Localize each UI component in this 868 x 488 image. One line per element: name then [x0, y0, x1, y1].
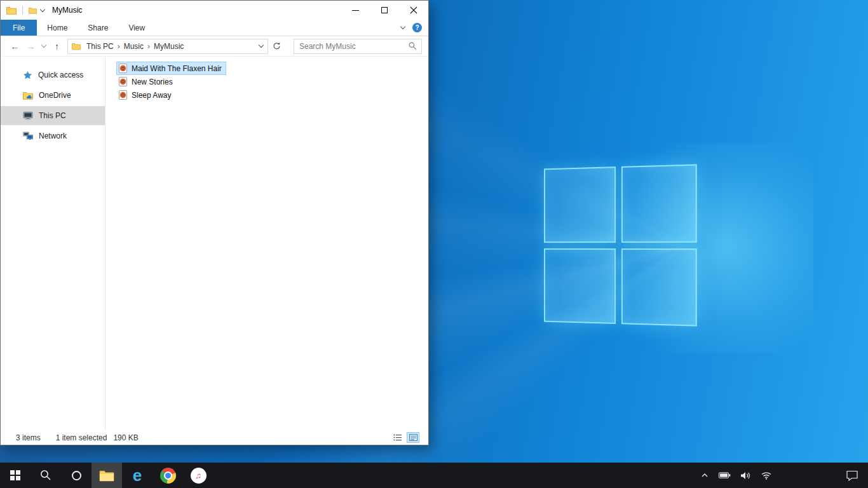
status-selected-size: 190 KB	[113, 433, 138, 442]
file-explorer-window: MyMusic File Home Share View ? ← → ↑ Thi…	[0, 0, 429, 445]
caption-buttons	[341, 1, 428, 20]
qat-chevron-down-icon[interactable]	[40, 6, 45, 11]
window-folder-icon	[6, 6, 17, 15]
tab-home[interactable]: Home	[37, 20, 78, 36]
start-button[interactable]	[0, 463, 31, 488]
refresh-button[interactable]	[268, 42, 285, 50]
search-icon[interactable]	[409, 42, 417, 50]
media-file-icon	[118, 77, 128, 86]
music-note-icon: ♫	[195, 471, 201, 480]
media-file-icon	[118, 64, 128, 73]
breadcrumb-item-music[interactable]: Music	[121, 42, 147, 51]
sidebar-item-this-pc[interactable]: This PC	[1, 106, 105, 125]
sidebar-item-label: This PC	[39, 111, 66, 120]
file-row[interactable]: Maid With The Flaxen Hair	[116, 62, 226, 75]
large-icons-view-button[interactable]	[407, 432, 419, 443]
title-bar: MyMusic	[1, 1, 428, 20]
navigation-pane: Quick access OneDrive This PC Network	[1, 57, 105, 430]
sidebar-item-network[interactable]: Network	[1, 126, 105, 146]
action-center-icon[interactable]	[846, 470, 858, 481]
taskbar-internet-explorer-button[interactable]: e	[122, 463, 153, 488]
search-box	[294, 39, 422, 54]
view-toggles	[391, 432, 419, 443]
windows-logo-pane	[544, 248, 616, 323]
this-pc-icon	[23, 111, 33, 120]
network-icon	[23, 132, 33, 140]
cortana-button[interactable]	[61, 463, 92, 488]
windows-logo-pane	[621, 164, 696, 242]
internet-explorer-icon: e	[133, 467, 142, 484]
search-input[interactable]	[299, 42, 409, 51]
explorer-main: Quick access OneDrive This PC Network Ma…	[1, 57, 428, 430]
itunes-icon: ♫	[191, 468, 207, 484]
network-wifi-icon[interactable]	[761, 471, 771, 480]
details-view-icon	[393, 434, 402, 441]
file-list: Maid With The Flaxen Hair New Stories Sl…	[105, 57, 428, 430]
back-button[interactable]: ←	[7, 41, 23, 51]
media-file-icon	[118, 90, 128, 100]
battery-icon[interactable]	[719, 472, 731, 478]
close-button[interactable]	[399, 1, 428, 20]
forward-button[interactable]: →	[23, 41, 39, 51]
system-tray	[701, 471, 771, 480]
ribbon-right-controls: ?	[401, 20, 428, 36]
taskbar-search-button[interactable]	[31, 463, 61, 488]
sidebar-item-label: OneDrive	[39, 91, 71, 100]
file-row[interactable]: Sleep Away	[116, 88, 176, 102]
navigation-bar: ← → ↑ This PC › Music › MyMusic	[1, 36, 428, 57]
onedrive-icon	[23, 92, 33, 100]
file-name: Maid With The Flaxen Hair	[132, 64, 222, 73]
tab-file[interactable]: File	[1, 20, 37, 36]
recent-locations-chevron-icon[interactable]	[39, 45, 49, 47]
windows-logo-wallpaper	[544, 164, 697, 326]
ribbon-tab-row: File Home Share View ?	[1, 20, 428, 36]
large-icons-view-icon	[409, 434, 417, 441]
volume-icon[interactable]	[741, 471, 751, 480]
tab-share[interactable]: Share	[78, 20, 118, 36]
address-bar[interactable]: This PC › Music › MyMusic	[67, 39, 268, 54]
minimize-button[interactable]	[341, 1, 370, 20]
file-name: Sleep Away	[132, 91, 172, 100]
taskbar: e ♫	[0, 463, 868, 488]
quick-access-toolbar	[1, 6, 44, 15]
maximize-icon	[381, 7, 388, 13]
file-explorer-icon	[99, 470, 114, 482]
cortana-icon	[72, 471, 81, 480]
breadcrumb-item-this-pc[interactable]: This PC	[83, 42, 117, 51]
tab-view[interactable]: View	[118, 20, 155, 36]
taskbar-itunes-button[interactable]: ♫	[183, 463, 214, 488]
search-icon	[40, 470, 51, 481]
sidebar-item-label: Network	[39, 132, 67, 140]
windows-logo-pane	[621, 248, 696, 327]
breadcrumb-item-mymusic[interactable]: MyMusic	[151, 42, 187, 51]
windows-start-icon	[10, 470, 20, 480]
taskbar-file-explorer-button[interactable]	[92, 463, 122, 488]
up-button[interactable]: ↑	[49, 41, 65, 51]
qat-folder-icon[interactable]	[29, 7, 37, 14]
refresh-icon	[273, 42, 281, 50]
details-view-button[interactable]	[391, 432, 404, 443]
close-icon	[410, 6, 417, 14]
window-title: MyMusic	[52, 6, 82, 15]
hidden-icons-chevron-icon[interactable]	[701, 473, 709, 478]
sidebar-item-onedrive[interactable]: OneDrive	[1, 86, 105, 105]
quick-access-star-icon	[23, 71, 32, 80]
file-row[interactable]: New Stories	[116, 75, 177, 88]
status-item-count: 3 items	[16, 433, 41, 442]
address-dropdown-chevron-icon[interactable]	[255, 45, 268, 47]
maximize-button[interactable]	[370, 1, 399, 20]
sidebar-item-quick-access[interactable]: Quick access	[1, 65, 105, 85]
address-folder-icon	[72, 43, 81, 50]
status-bar: 3 items 1 item selected 190 KB	[1, 430, 428, 445]
status-selected-count: 1 item selected	[56, 433, 107, 442]
file-name: New Stories	[132, 78, 173, 86]
ribbon-expand-chevron-icon[interactable]	[400, 24, 405, 29]
chrome-icon	[160, 468, 176, 484]
minimize-icon	[352, 10, 359, 11]
sidebar-item-label: Quick access	[38, 71, 83, 79]
windows-logo-pane	[544, 166, 616, 242]
toolbar-divider	[22, 6, 23, 15]
help-icon[interactable]: ?	[412, 23, 422, 32]
taskbar-chrome-button[interactable]	[153, 463, 183, 488]
